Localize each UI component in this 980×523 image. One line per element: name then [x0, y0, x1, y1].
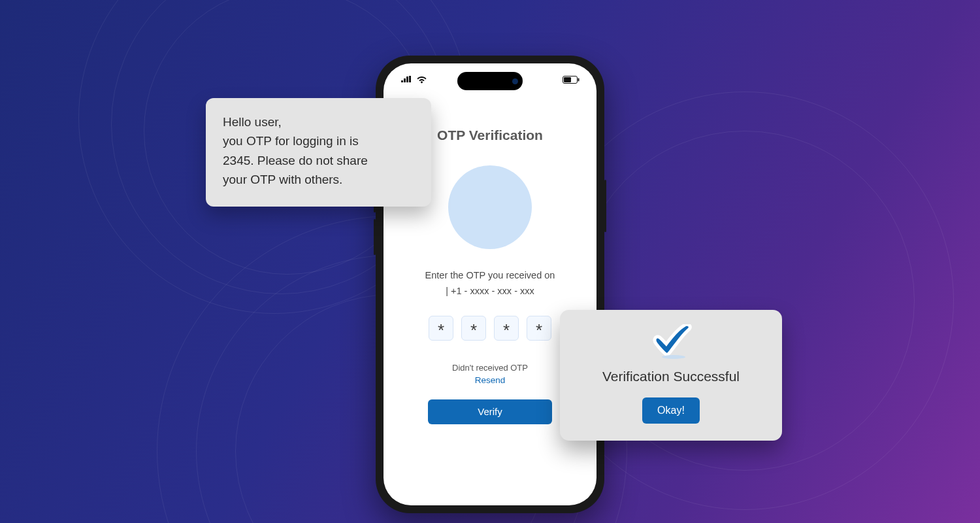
phone-side-button: [604, 180, 606, 232]
otp-input-row: * * * *: [429, 316, 551, 341]
svg-point-3: [662, 355, 685, 359]
verify-button[interactable]: Verify: [428, 399, 552, 424]
phone-side-button: [374, 219, 376, 255]
sms-line: you OTP for logging in is: [223, 131, 414, 150]
otp-instruction: Enter the OTP you received on | +1 - xxx…: [425, 269, 555, 299]
success-dialog: Verification Successful Okay!: [560, 310, 782, 441]
success-title: Verification Successful: [602, 369, 740, 384]
svg-rect-1: [564, 77, 571, 82]
otp-digit-4[interactable]: *: [527, 316, 551, 341]
okay-button[interactable]: Okay!: [642, 397, 700, 424]
cellular-signal-icon: [400, 76, 412, 84]
otp-digit-1[interactable]: *: [429, 316, 453, 341]
resend-link[interactable]: Resend: [452, 375, 528, 385]
resend-section: Didn't received OTP Resend: [452, 363, 528, 385]
screen-title: OTP Verification: [437, 127, 543, 143]
sms-notification: Hello user, you OTP for logging in is 23…: [206, 98, 431, 207]
dynamic-island: [457, 72, 523, 90]
sms-line: 2345. Please do not share: [223, 151, 414, 170]
sms-line: Hello user,: [223, 112, 414, 131]
otp-digit-3[interactable]: *: [494, 316, 519, 341]
camera-dot-icon: [512, 78, 518, 84]
otp-digit-2[interactable]: *: [461, 316, 486, 341]
avatar-placeholder: [448, 165, 532, 249]
sms-line: your OTP with others.: [223, 170, 414, 189]
instruction-text: Enter the OTP you received on: [425, 270, 555, 280]
battery-icon: [563, 76, 580, 84]
stage: OTP Verification Enter the OTP you recei…: [0, 0, 980, 523]
svg-rect-2: [578, 78, 580, 82]
didnt-receive-text: Didn't received OTP: [452, 363, 528, 373]
wifi-icon: [416, 76, 427, 84]
checkmark-icon: [647, 324, 694, 360]
masked-phone-number: | +1 - xxxx - xxx - xxx: [425, 284, 555, 299]
